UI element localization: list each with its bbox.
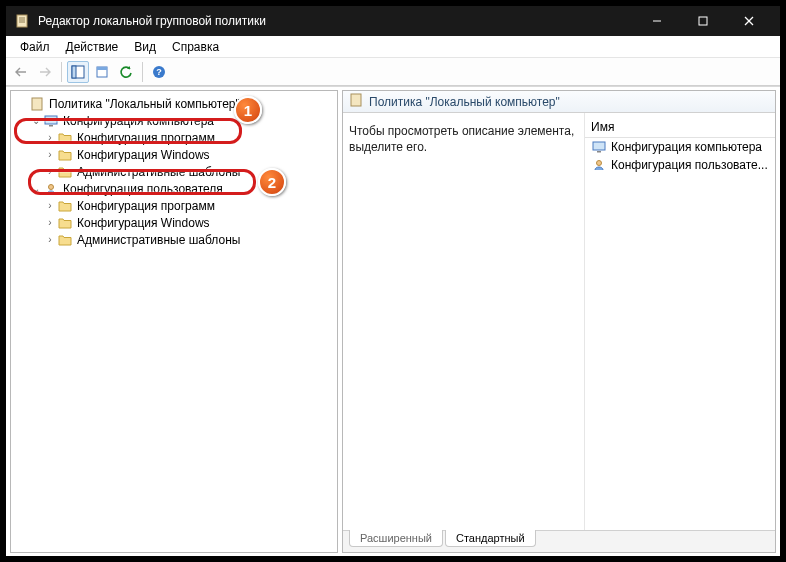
- folder-icon: [57, 148, 73, 162]
- tree-item-label: Конфигурация Windows: [77, 216, 210, 230]
- svg-rect-16: [49, 125, 53, 127]
- svg-rect-18: [351, 94, 361, 106]
- tree-comp-admin[interactable]: › Административные шаблоны: [15, 163, 337, 180]
- list-item-user[interactable]: Конфигурация пользовате...: [585, 156, 775, 174]
- window-controls: [634, 6, 772, 36]
- pane-header-title: Политика "Локальный компьютер": [369, 95, 560, 109]
- svg-point-17: [49, 184, 54, 189]
- tree-comp-config[interactable]: ⌄ Конфигурация компьютера: [15, 112, 337, 129]
- expander-right-icon[interactable]: ›: [43, 200, 57, 211]
- toolbar: ?: [6, 58, 780, 86]
- close-button[interactable]: [726, 6, 772, 36]
- menu-file[interactable]: Файл: [12, 38, 58, 56]
- expander-down-icon[interactable]: ⌄: [29, 115, 43, 126]
- menu-view[interactable]: Вид: [126, 38, 164, 56]
- svg-rect-20: [597, 151, 601, 153]
- app-icon: [14, 13, 30, 29]
- description-column: Чтобы просмотреть описание элемента, выд…: [343, 113, 585, 530]
- properties-button[interactable]: [91, 61, 113, 83]
- folder-icon: [57, 199, 73, 213]
- svg-point-21: [597, 161, 602, 166]
- tree-user-config[interactable]: ⌄ Конфигурация пользователя: [15, 180, 337, 197]
- user-icon: [591, 158, 607, 172]
- svg-text:?: ?: [156, 67, 162, 77]
- computer-icon: [591, 140, 607, 154]
- tree-item-label: Конфигурация программ: [77, 199, 215, 213]
- back-button[interactable]: [10, 61, 32, 83]
- window-title: Редактор локальной групповой политики: [38, 14, 634, 28]
- tree-item-label: Административные шаблоны: [77, 165, 240, 179]
- pane-header: Политика "Локальный компьютер": [343, 91, 775, 113]
- tree-comp-software[interactable]: › Конфигурация программ: [15, 129, 337, 146]
- list-item-label: Конфигурация компьютера: [611, 140, 762, 154]
- user-icon: [43, 182, 59, 196]
- tree-user-admin[interactable]: › Административные шаблоны: [15, 231, 337, 248]
- svg-rect-19: [593, 142, 605, 150]
- tree-user-config-label: Конфигурация пользователя: [63, 182, 223, 196]
- expander-right-icon[interactable]: ›: [43, 149, 57, 160]
- tree-item-label: Конфигурация Windows: [77, 148, 210, 162]
- svg-rect-14: [32, 98, 42, 110]
- policy-icon: [349, 93, 363, 110]
- tree-user-windows[interactable]: › Конфигурация Windows: [15, 214, 337, 231]
- show-tree-button[interactable]: [67, 61, 89, 83]
- svg-rect-15: [45, 116, 57, 124]
- toolbar-separator: [61, 62, 62, 82]
- folder-icon: [57, 233, 73, 247]
- column-header-name[interactable]: Имя: [585, 117, 775, 138]
- list-item-comp[interactable]: Конфигурация компьютера: [585, 138, 775, 156]
- tree-root[interactable]: Политика "Локальный компьютер": [15, 95, 337, 112]
- policy-icon: [29, 97, 45, 111]
- expander-down-icon[interactable]: ⌄: [29, 183, 43, 194]
- list-column: Имя Конфигурация компьютера Конфигурация…: [585, 113, 775, 530]
- description-text: Чтобы просмотреть описание элемента, выд…: [349, 124, 574, 154]
- tree-item-label: Конфигурация программ: [77, 131, 215, 145]
- menu-action[interactable]: Действие: [58, 38, 127, 56]
- menubar: Файл Действие Вид Справка: [6, 36, 780, 58]
- tree-pane: Политика "Локальный компьютер" ⌄ Конфигу…: [10, 90, 338, 553]
- maximize-button[interactable]: [680, 6, 726, 36]
- pane-tabs: Расширенный Стандартный: [343, 530, 775, 552]
- tree-item-label: Административные шаблоны: [77, 233, 240, 247]
- svg-rect-9: [72, 66, 76, 78]
- tab-standard[interactable]: Стандартный: [445, 530, 536, 547]
- toolbar-separator: [142, 62, 143, 82]
- folder-icon: [57, 165, 73, 179]
- minimize-button[interactable]: [634, 6, 680, 36]
- expander-right-icon[interactable]: ›: [43, 132, 57, 143]
- refresh-button[interactable]: [115, 61, 137, 83]
- titlebar: Редактор локальной групповой политики: [6, 6, 780, 36]
- expander-right-icon[interactable]: ›: [43, 234, 57, 245]
- tree-comp-windows[interactable]: › Конфигурация Windows: [15, 146, 337, 163]
- tree-user-software[interactable]: › Конфигурация программ: [15, 197, 337, 214]
- tab-extended[interactable]: Расширенный: [349, 530, 443, 547]
- svg-rect-11: [97, 67, 107, 70]
- expander-right-icon[interactable]: ›: [43, 217, 57, 228]
- svg-rect-0: [17, 15, 27, 27]
- folder-icon: [57, 131, 73, 145]
- svg-rect-5: [699, 17, 707, 25]
- menu-help[interactable]: Справка: [164, 38, 227, 56]
- folder-icon: [57, 216, 73, 230]
- computer-icon: [43, 114, 59, 128]
- content-area: Политика "Локальный компьютер" ⌄ Конфигу…: [6, 86, 780, 556]
- tree-comp-config-label: Конфигурация компьютера: [63, 114, 214, 128]
- forward-button[interactable]: [34, 61, 56, 83]
- tree-root-label: Политика "Локальный компьютер": [49, 97, 240, 111]
- expander-right-icon[interactable]: ›: [43, 166, 57, 177]
- list-item-label: Конфигурация пользовате...: [611, 158, 768, 172]
- help-button[interactable]: ?: [148, 61, 170, 83]
- details-pane: Политика "Локальный компьютер" Чтобы про…: [342, 90, 776, 553]
